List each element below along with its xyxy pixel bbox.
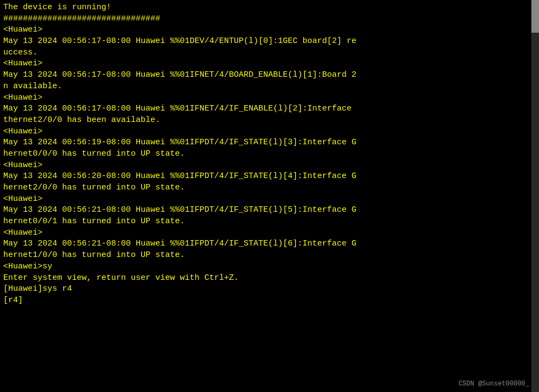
watermark: CSDN @Sunset00000_ <box>458 379 529 389</box>
terminal-line: ################################ <box>3 14 536 25</box>
terminal-line: Enter system view, return user view with… <box>3 273 536 284</box>
terminal-line: thernet2/0/0 has been available. <box>3 115 536 126</box>
terminal-line: May 13 2024 00:56:17-08:00 Huawei %%01IF… <box>3 103 536 115</box>
terminal-line: <Huawei> <box>3 228 536 239</box>
terminal-line: [Huawei]sys r4 <box>3 284 536 295</box>
terminal-line: <Huawei> <box>3 58 536 70</box>
scrollbar[interactable] <box>531 0 539 392</box>
terminal-line: May 13 2024 00:56:17-08:00 Huawei %%01IF… <box>3 70 536 81</box>
terminal-line: hernet0/0/0 has turned into UP state. <box>3 149 536 160</box>
terminal-line: [r4] <box>3 295 536 307</box>
terminal-line: hernet1/0/0 has turned into UP state. <box>3 250 536 261</box>
terminal-line: n available. <box>3 81 536 93</box>
terminal-line: May 13 2024 00:56:21-08:00 Huawei %%01IF… <box>3 238 536 250</box>
scrollbar-thumb[interactable] <box>531 0 539 33</box>
terminal-line: hernet2/0/0 has turned into UP state. <box>3 182 536 194</box>
terminal-line: May 13 2024 00:56:19-08:00 Huawei %%01IF… <box>3 137 536 149</box>
terminal-line: uccess. <box>3 47 536 59</box>
terminal-line: The device is running! <box>3 2 536 14</box>
terminal-line: <Huawei> <box>3 93 536 104</box>
terminal[interactable]: The device is running!##################… <box>0 0 539 392</box>
terminal-line: <Huawei> <box>3 24 536 36</box>
terminal-line: May 13 2024 00:56:21-08:00 Huawei %%01IF… <box>3 205 536 216</box>
terminal-line: hernet0/0/1 has turned into UP state. <box>3 216 536 228</box>
terminal-line: May 13 2024 00:56:17-08:00 Huawei %%01DE… <box>3 36 536 47</box>
terminal-line: <Huawei>sy <box>3 261 536 273</box>
terminal-line: May 13 2024 00:56:20-08:00 Huawei %%01IF… <box>3 171 536 182</box>
terminal-line: <Huawei> <box>3 160 536 171</box>
terminal-line: <Huawei> <box>3 194 536 205</box>
terminal-line: <Huawei> <box>3 126 536 138</box>
